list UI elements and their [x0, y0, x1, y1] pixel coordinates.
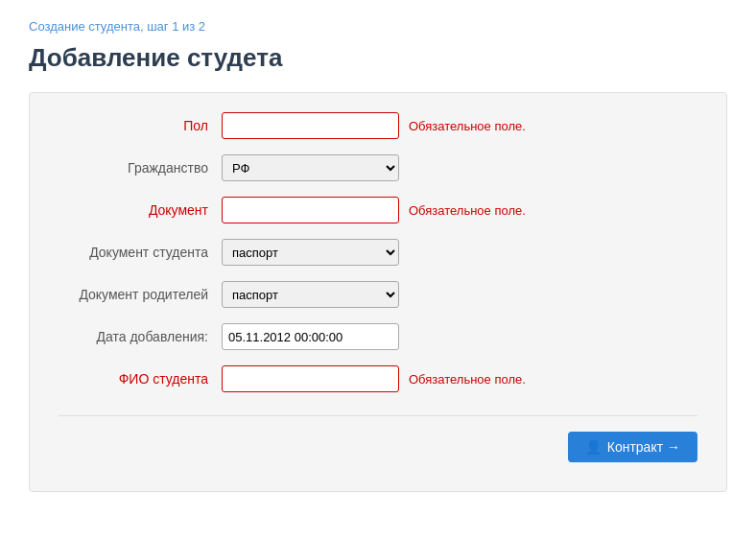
row-dokument-roditeley: Документ родителей паспорт другое — [59, 281, 697, 308]
input-pol[interactable] — [222, 112, 399, 139]
row-data-dobavleniya: Дата добавления: — [59, 323, 697, 350]
row-pol: Пол Обязательное поле. — [59, 112, 697, 139]
row-dokument: Документ Обязательное поле. — [59, 197, 697, 223]
required-msg-pol: Обязательное поле. — [409, 119, 526, 133]
row-grazhdanstvo: Гражданство РФ Другое — [59, 154, 697, 181]
breadcrumb[interactable]: Создание студента, шаг 1 из 2 — [29, 19, 727, 34]
label-data-dobavleniya: Дата добавления: — [59, 329, 222, 344]
input-data-dobavleniya[interactable] — [222, 323, 399, 350]
select-dokument-studenta[interactable]: паспорт другое — [222, 239, 399, 266]
select-grazhdanstvo[interactable]: РФ Другое — [222, 154, 399, 181]
submit-button-label: Контракт → — [607, 439, 680, 455]
label-dokument: Документ — [59, 202, 222, 218]
required-msg-dokument: Обязательное поле. — [409, 203, 526, 218]
row-dokument-studenta: Документ студента паспорт другое — [59, 239, 697, 266]
label-grazhdanstvo: Гражданство — [59, 160, 222, 176]
form-actions: 👤 Контракт → — [59, 415, 697, 462]
label-fio-studenta: ФИО студента — [59, 371, 222, 387]
submit-button[interactable]: 👤 Контракт → — [568, 432, 697, 462]
page-title: Добавление студета — [29, 43, 727, 73]
label-dokument-studenta: Документ студента — [59, 245, 222, 260]
input-fio-studenta[interactable] — [222, 365, 399, 392]
select-dokument-roditeley[interactable]: паспорт другое — [222, 281, 399, 308]
input-dokument[interactable] — [222, 197, 399, 223]
required-msg-fio-studenta: Обязательное поле. — [409, 372, 526, 387]
form-container: Пол Обязательное поле. Гражданство РФ Др… — [29, 92, 727, 492]
label-dokument-roditeley: Документ родителей — [59, 287, 222, 302]
user-icon: 👤 — [585, 439, 602, 455]
row-fio-studenta: ФИО студента Обязательное поле. — [59, 365, 697, 392]
label-pol: Пол — [59, 118, 222, 133]
